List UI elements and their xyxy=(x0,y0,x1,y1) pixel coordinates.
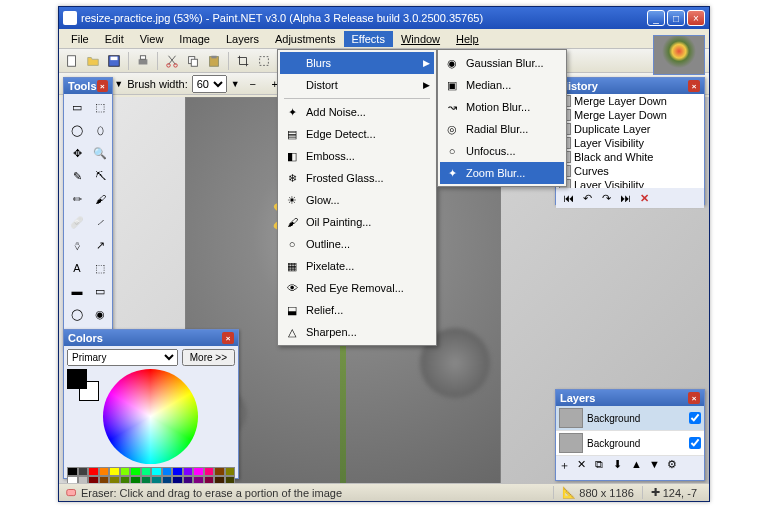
history-close-button[interactable]: × xyxy=(688,80,700,92)
tools-close-button[interactable]: × xyxy=(97,80,108,92)
tool-move-selection[interactable]: ↗ xyxy=(89,234,111,256)
tool-rectangle[interactable]: ▬ xyxy=(66,280,88,302)
tool-paint-bucket[interactable]: 🖌 xyxy=(89,188,111,210)
menu-window[interactable]: Window xyxy=(393,31,448,47)
layer-up-button[interactable]: ▲ xyxy=(631,458,647,474)
effects-relief[interactable]: ⬓Relief... xyxy=(280,299,434,321)
effects-outline[interactable]: ○Outline... xyxy=(280,233,434,255)
palette-color[interactable] xyxy=(162,467,173,476)
tool-lasso[interactable]: ⬚ xyxy=(89,96,111,118)
effects-pixelate[interactable]: ▦Pixelate... xyxy=(280,255,434,277)
tool-zoom[interactable]: 🔍 xyxy=(89,142,111,164)
palette-color[interactable] xyxy=(183,467,194,476)
deselect-button[interactable] xyxy=(255,52,273,70)
minimize-button[interactable]: _ xyxy=(647,10,665,26)
tool-shapes[interactable]: ⬚ xyxy=(89,257,111,279)
layer-item[interactable]: Background xyxy=(556,406,704,431)
menu-image[interactable]: Image xyxy=(171,31,218,47)
history-forward-button[interactable]: ⏭ xyxy=(617,190,633,206)
history-undo-button[interactable]: ↶ xyxy=(579,190,595,206)
palette-color[interactable] xyxy=(172,467,183,476)
layer-visibility-checkbox[interactable] xyxy=(689,437,701,449)
menu-effects[interactable]: Effects xyxy=(344,31,393,47)
effects-oil-painting[interactable]: 🖌Oil Painting... xyxy=(280,211,434,233)
tool-clone[interactable]: 🩹 xyxy=(66,211,88,233)
brush-width-select[interactable]: 60 xyxy=(192,75,227,93)
brush-dec-button[interactable]: − xyxy=(244,75,262,93)
tool-text[interactable]: A xyxy=(66,257,88,279)
palette-color[interactable] xyxy=(99,467,110,476)
tool-line[interactable]: ⟋ xyxy=(89,211,111,233)
color-mode-select[interactable]: Primary xyxy=(67,349,178,366)
tool-move[interactable]: ✥ xyxy=(66,142,88,164)
layer-item[interactable]: Background xyxy=(556,431,704,456)
tool-freeform[interactable]: ⬯ xyxy=(89,119,111,141)
colors-close-button[interactable]: × xyxy=(222,332,234,344)
blurs-gaussian[interactable]: ◉Gaussian Blur... xyxy=(440,52,564,74)
blurs-zoom[interactable]: ✦Zoom Blur... xyxy=(440,162,564,184)
history-item[interactable]: Curves xyxy=(556,164,704,178)
tool-rounded-rect[interactable]: ▭ xyxy=(89,280,111,302)
cut-button[interactable] xyxy=(163,52,181,70)
palette-color[interactable] xyxy=(225,467,236,476)
effects-blurs[interactable]: Blurs▶ xyxy=(280,52,434,74)
save-button[interactable] xyxy=(105,52,123,70)
close-button[interactable]: × xyxy=(687,10,705,26)
tool-rect-select[interactable]: ▭ xyxy=(66,96,88,118)
menu-edit[interactable]: Edit xyxy=(97,31,132,47)
menu-help[interactable]: Help xyxy=(448,31,487,47)
palette-color[interactable] xyxy=(204,467,215,476)
history-item[interactable]: Duplicate Layer xyxy=(556,122,704,136)
tool-recolor[interactable]: ⎀ xyxy=(66,234,88,256)
tool-ellipse-select[interactable]: ◯ xyxy=(66,119,88,141)
history-item[interactable]: Layer Visibility xyxy=(556,178,704,188)
history-item[interactable]: Merge Layer Down xyxy=(556,94,704,108)
paste-button[interactable] xyxy=(205,52,223,70)
palette-color[interactable] xyxy=(120,467,131,476)
colors-more-button[interactable]: More >> xyxy=(182,349,235,366)
print-button[interactable] xyxy=(134,52,152,70)
menu-file[interactable]: File xyxy=(63,31,97,47)
history-item[interactable]: Merge Layer Down xyxy=(556,108,704,122)
blurs-median[interactable]: ▣Median... xyxy=(440,74,564,96)
document-thumbnail[interactable] xyxy=(653,35,705,75)
open-button[interactable] xyxy=(84,52,102,70)
history-item[interactable]: Black and White xyxy=(556,150,704,164)
tool-pencil[interactable]: ✎ xyxy=(66,165,88,187)
palette-color[interactable] xyxy=(109,467,120,476)
crop-button[interactable] xyxy=(234,52,252,70)
palette-color[interactable] xyxy=(214,467,225,476)
copy-button[interactable] xyxy=(184,52,202,70)
blurs-unfocus[interactable]: ○Unfocus... xyxy=(440,140,564,162)
menu-view[interactable]: View xyxy=(132,31,172,47)
palette-color[interactable] xyxy=(67,467,78,476)
layer-visibility-checkbox[interactable] xyxy=(689,412,701,424)
history-redo-button[interactable]: ↷ xyxy=(598,190,614,206)
effects-edge-detect[interactable]: ▤Edge Detect... xyxy=(280,123,434,145)
layer-props-button[interactable]: ⚙ xyxy=(667,458,683,474)
tool-filled-ellipse[interactable]: ◉ xyxy=(89,303,111,325)
maximize-button[interactable]: □ xyxy=(667,10,685,26)
blurs-radial[interactable]: ◎Radial Blur... xyxy=(440,118,564,140)
layer-merge-button[interactable]: ⬇ xyxy=(613,458,629,474)
tool-brush[interactable]: ✏ xyxy=(66,188,88,210)
layer-delete-button[interactable]: ✕ xyxy=(577,458,593,474)
history-item[interactable]: Layer Visibility xyxy=(556,136,704,150)
effects-distort[interactable]: Distort▶ xyxy=(280,74,434,96)
effects-add-noise[interactable]: ✦Add Noise... xyxy=(280,101,434,123)
palette-color[interactable] xyxy=(78,467,89,476)
layer-add-button[interactable]: ＋ xyxy=(559,458,575,474)
tool-color-picker[interactable]: ⛏ xyxy=(89,165,111,187)
effects-glow[interactable]: ☀Glow... xyxy=(280,189,434,211)
foreground-swatch[interactable] xyxy=(67,369,87,389)
layers-close-button[interactable]: × xyxy=(688,392,700,404)
effects-emboss[interactable]: ◧Emboss... xyxy=(280,145,434,167)
history-rewind-button[interactable]: ⏮ xyxy=(560,190,576,206)
palette-color[interactable] xyxy=(130,467,141,476)
palette-color[interactable] xyxy=(88,467,99,476)
menu-adjustments[interactable]: Adjustments xyxy=(267,31,344,47)
layer-down-button[interactable]: ▼ xyxy=(649,458,665,474)
color-wheel[interactable] xyxy=(103,369,198,464)
new-button[interactable] xyxy=(63,52,81,70)
effects-sharpen[interactable]: △Sharpen... xyxy=(280,321,434,343)
